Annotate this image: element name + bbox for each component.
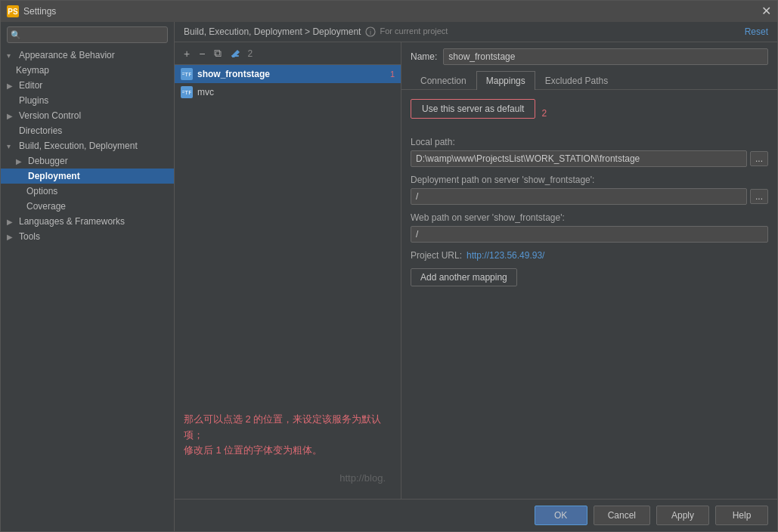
add-server-button[interactable]: +: [181, 46, 193, 61]
tab-connection[interactable]: Connection: [411, 71, 476, 90]
window-title: Settings: [23, 6, 56, 17]
sidebar-item-label: Tools: [19, 231, 40, 242]
server-name: show_frontstage: [197, 69, 386, 79]
sidebar-item-options[interactable]: Options: [1, 184, 174, 199]
expand-icon: ▶: [7, 127, 16, 135]
sidebar-item-label: Languages & Frameworks: [19, 216, 125, 227]
server-item-show-frontstage[interactable]: FTP show_frontstage 1: [175, 65, 401, 83]
sidebar-item-label: Directories: [19, 125, 62, 136]
content-area: + − ⧉ 2: [175, 42, 777, 499]
apply-button[interactable]: Apply: [656, 506, 709, 525]
name-label: Name:: [411, 51, 437, 62]
sidebar: 🔍 ▾ Appearance & Behavior Keymap ▶ Edito…: [1, 22, 175, 531]
local-path-label: Local path:: [411, 137, 768, 147]
sidebar-item-label: Debugger: [28, 156, 68, 166]
sidebar-item-build[interactable]: ▾ Build, Execution, Deployment: [1, 138, 174, 153]
expand-icon: ▾: [7, 142, 16, 150]
server-toolbar: + − ⧉ 2: [175, 42, 401, 65]
web-path-label: Web path on server 'show_frontstage':: [411, 212, 768, 223]
sidebar-item-directories[interactable]: ▶ Directories: [1, 123, 174, 138]
tab-mappings[interactable]: Mappings: [476, 71, 535, 90]
deployment-path-label: Deployment path on server 'show_frontsta…: [411, 175, 768, 185]
sidebar-item-label: Build, Execution, Deployment: [19, 141, 138, 151]
server-icon: FTP: [181, 68, 193, 80]
copy-server-button[interactable]: ⧉: [211, 45, 225, 61]
sidebar-item-plugins[interactable]: ▶ Plugins: [1, 93, 174, 108]
tabs-bar: Connection Mappings Excluded Paths: [401, 71, 777, 90]
sidebar-item-keymap[interactable]: Keymap: [1, 63, 174, 78]
expand-icon: ▶: [7, 112, 16, 120]
reset-button[interactable]: Reset: [745, 26, 768, 37]
expand-icon: ▾: [7, 51, 16, 60]
project-url-row: Project URL: http://123.56.49.93/: [411, 250, 768, 261]
expand-icon: ▶: [7, 218, 16, 226]
mappings-tab-content: Use this server as default 2 Local path:…: [401, 90, 777, 499]
server-type-icon: FTP: [182, 70, 191, 79]
sidebar-item-languages[interactable]: ▶ Languages & Frameworks: [1, 214, 174, 229]
sidebar-item-deployment[interactable]: ▶ Deployment: [1, 169, 174, 184]
search-box[interactable]: 🔍: [7, 26, 168, 43]
local-path-row: ...: [411, 150, 768, 167]
ok-button[interactable]: OK: [535, 506, 587, 525]
sidebar-item-version-control[interactable]: ▶ Version Control: [1, 108, 174, 123]
add-mapping-button[interactable]: Add another mapping: [411, 268, 517, 286]
watermark: http://blog.: [184, 471, 392, 487]
name-input[interactable]: [443, 48, 768, 65]
project-url-link[interactable]: http://123.56.49.93/: [466, 250, 544, 261]
right-panel: Build, Execution, Deployment > Deploymen…: [175, 22, 777, 531]
breadcrumb-bar: Build, Execution, Deployment > Deploymen…: [175, 22, 777, 42]
server-list-panel: + − ⧉ 2: [175, 42, 401, 499]
close-button[interactable]: ✕: [761, 5, 771, 17]
main-content: 🔍 ▾ Appearance & Behavior Keymap ▶ Edito…: [1, 22, 777, 531]
sidebar-item-label: Deployment: [28, 171, 80, 181]
search-input[interactable]: [7, 26, 168, 43]
server-count: 2: [247, 48, 253, 59]
deployment-path-input[interactable]: [411, 188, 747, 205]
expand-icon: ▶: [7, 233, 16, 241]
server-item-mvc[interactable]: FTP mvc: [175, 83, 401, 101]
annotation-line1: 那么可以点选 2 的位置，来设定该服务为默认项；: [184, 412, 392, 444]
use-default-badge: 2: [541, 108, 547, 119]
web-path-group: Web path on server 'show_frontstage':: [411, 212, 768, 243]
search-icon: 🔍: [11, 30, 21, 40]
edit-icon: [231, 48, 241, 59]
detail-panel: Name: Connection Mappings Excluded Paths…: [401, 42, 777, 499]
sidebar-item-coverage[interactable]: Coverage: [1, 199, 174, 214]
annotation-line2: 修改后 1 位置的字体变为粗体。: [184, 443, 392, 459]
sidebar-item-label: Version Control: [19, 110, 81, 121]
svg-text:i: i: [370, 29, 371, 36]
server-list: FTP show_frontstage 1 FTP: [175, 65, 401, 400]
expand-icon: ▶: [7, 82, 16, 90]
breadcrumb: Build, Execution, Deployment > Deploymen…: [184, 26, 448, 37]
sidebar-item-editor[interactable]: ▶ Editor: [1, 78, 174, 93]
title-bar-left: PS Settings: [7, 5, 56, 17]
server-annotation-number: 1: [390, 70, 395, 79]
cancel-button[interactable]: Cancel: [594, 506, 650, 525]
annotation-area: 那么可以点选 2 的位置，来设定该服务为默认项； 修改后 1 位置的字体变为粗体…: [175, 400, 401, 499]
server-type-icon: FTP: [182, 88, 191, 97]
web-path-row: [411, 226, 768, 243]
svg-text:FTP: FTP: [182, 89, 191, 96]
expand-icon: ▶: [16, 172, 25, 181]
local-path-input[interactable]: [411, 150, 747, 167]
edit-server-button[interactable]: [228, 47, 244, 60]
server-name: mvc: [197, 87, 395, 97]
svg-text:FTP: FTP: [182, 71, 191, 78]
help-button[interactable]: Help: [715, 506, 768, 525]
bottom-bar: OK Cancel Apply Help: [175, 499, 777, 531]
sidebar-item-label: Coverage: [26, 201, 66, 212]
local-path-browse-button[interactable]: ...: [750, 151, 768, 166]
sidebar-item-appearance[interactable]: ▾ Appearance & Behavior: [1, 48, 174, 63]
web-path-input[interactable]: [411, 226, 768, 243]
sidebar-item-label: Keymap: [16, 65, 49, 76]
sidebar-item-label: Editor: [19, 80, 42, 91]
tab-excluded-paths[interactable]: Excluded Paths: [535, 71, 618, 90]
local-path-group: Local path: ...: [411, 137, 768, 167]
sidebar-item-debugger[interactable]: ▶ Debugger: [1, 153, 174, 169]
settings-window: PS Settings ✕ 🔍 ▾ Appearance & Behavior …: [0, 0, 778, 532]
deployment-path-browse-button[interactable]: ...: [750, 189, 768, 204]
use-default-button[interactable]: Use this server as default: [411, 99, 535, 119]
sidebar-item-tools[interactable]: ▶ Tools: [1, 229, 174, 244]
remove-server-button[interactable]: −: [196, 46, 208, 61]
expand-icon: ▶: [16, 157, 25, 165]
